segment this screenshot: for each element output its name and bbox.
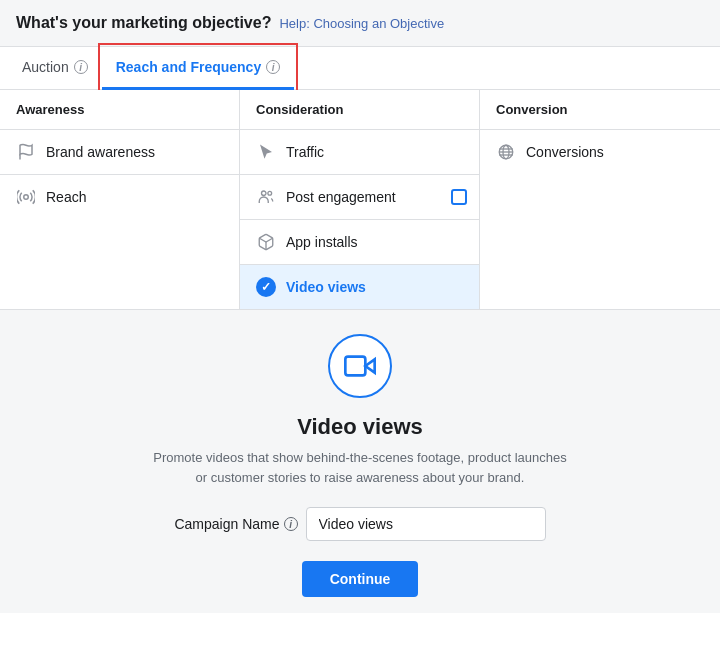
campaign-name-label: Campaign Name i — [174, 516, 297, 532]
page-title: What's your marketing objective? — [16, 14, 271, 32]
consideration-header: Consideration — [240, 90, 479, 130]
app-installs-label: App installs — [286, 234, 358, 250]
campaign-name-row: Campaign Name i — [174, 507, 545, 541]
post-engagement-checkbox[interactable] — [451, 189, 467, 205]
awareness-column: Awareness Brand awareness Reach — [0, 90, 240, 309]
reach-frequency-info-icon: i — [266, 60, 280, 74]
svg-point-2 — [262, 191, 267, 196]
conversion-header: Conversion — [480, 90, 720, 130]
conversions-label: Conversions — [526, 144, 604, 160]
continue-button[interactable]: Continue — [302, 561, 419, 597]
tab-reach-frequency[interactable]: Reach and Frequency i — [102, 47, 295, 90]
tab-auction[interactable]: Auction i — [8, 47, 102, 90]
awareness-header: Awareness — [0, 90, 239, 130]
box-icon — [256, 232, 276, 252]
people-icon — [256, 187, 276, 207]
detail-description: Promote videos that show behind-the-scen… — [150, 448, 570, 487]
conversion-column: Conversion Conversions — [480, 90, 720, 309]
objective-video-views[interactable]: Video views — [240, 265, 479, 309]
objective-brand-awareness[interactable]: Brand awareness — [0, 130, 239, 175]
video-camera-icon — [344, 350, 376, 382]
objective-reach[interactable]: Reach — [0, 175, 239, 219]
svg-point-1 — [24, 195, 29, 200]
auction-info-icon: i — [74, 60, 88, 74]
svg-marker-10 — [365, 359, 374, 372]
page-container: What's your marketing objective? Help: C… — [0, 0, 720, 663]
flag-icon — [16, 142, 36, 162]
video-views-label: Video views — [286, 279, 366, 295]
objective-traffic[interactable]: Traffic — [240, 130, 479, 175]
tab-reach-frequency-label: Reach and Frequency — [116, 59, 262, 75]
help-link[interactable]: Help: Choosing an Objective — [279, 16, 444, 31]
header-bar: What's your marketing objective? Help: C… — [0, 0, 720, 47]
video-views-check — [256, 277, 276, 297]
detail-section: Video views Promote videos that show beh… — [0, 310, 720, 613]
tab-auction-label: Auction — [22, 59, 69, 75]
consideration-column: Consideration Traffic — [240, 90, 480, 309]
objective-post-engagement[interactable]: Post engagement — [240, 175, 479, 220]
globe-icon — [496, 142, 516, 162]
svg-rect-11 — [345, 357, 365, 376]
reach-label: Reach — [46, 189, 86, 205]
objective-app-installs[interactable]: App installs — [240, 220, 479, 265]
brand-awareness-label: Brand awareness — [46, 144, 155, 160]
campaign-name-input[interactable] — [306, 507, 546, 541]
cursor-icon — [256, 142, 276, 162]
post-engagement-label: Post engagement — [286, 189, 396, 205]
campaign-info-icon: i — [284, 517, 298, 531]
traffic-label: Traffic — [286, 144, 324, 160]
svg-point-3 — [268, 191, 272, 195]
reach-icon — [16, 187, 36, 207]
tabs-bar: Auction i Reach and Frequency i — [0, 47, 720, 90]
objective-conversions[interactable]: Conversions — [480, 130, 720, 174]
objectives-grid: Awareness Brand awareness Reach — [0, 90, 720, 310]
detail-icon-circle — [328, 334, 392, 398]
detail-title: Video views — [297, 414, 423, 440]
